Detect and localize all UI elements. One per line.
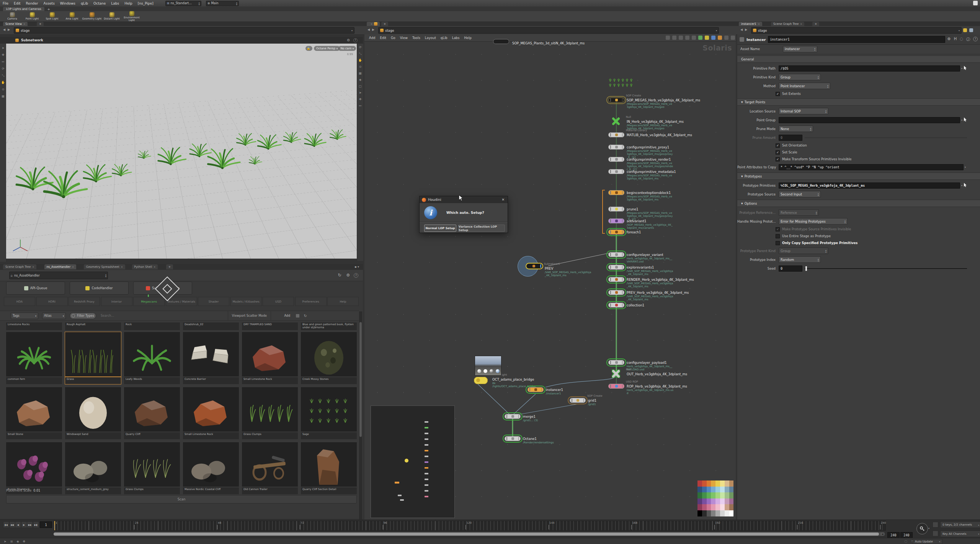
palette-swatch[interactable] xyxy=(697,510,702,516)
forward-icon[interactable]: ▶ xyxy=(8,28,10,31)
palette-swatch[interactable] xyxy=(715,480,720,487)
close-icon[interactable]: ✕ xyxy=(758,23,760,25)
translate-icon[interactable]: ↔ xyxy=(2,60,5,64)
pick-cursor-icon[interactable] xyxy=(964,66,967,71)
palette-swatch[interactable] xyxy=(702,498,707,505)
param-field[interactable]: 0 xyxy=(779,135,802,141)
shelf-tool-environment-light[interactable]: Environment Light xyxy=(122,11,142,21)
tags-dropdown[interactable]: Tags▾ xyxy=(11,313,38,319)
network-breadcrumb[interactable]: stage▾ xyxy=(378,27,719,34)
section-options[interactable]: ▼Options xyxy=(737,200,980,207)
param-field[interactable]: 0 xyxy=(779,265,802,272)
checkbox[interactable]: ✓ xyxy=(776,150,780,155)
network-menu-tools[interactable]: Tools xyxy=(410,36,423,40)
viewport-scatter-mode-button[interactable]: Viewport Scatter Mode xyxy=(228,311,271,320)
node-merge[interactable] xyxy=(505,414,521,419)
spreadsheet-icon[interactable] xyxy=(679,36,683,40)
param-field[interactable]: %COL_SOP_MEGAS_Herb_ve3gbfoja_4K_3dplant… xyxy=(779,182,960,189)
node-begin[interactable] xyxy=(608,190,624,195)
refresh-icon[interactable]: ↻ xyxy=(338,273,341,278)
gear-icon[interactable]: ⚙ xyxy=(947,37,951,42)
scale-icon[interactable]: ⤡ xyxy=(2,74,4,77)
add-pane-tab-button[interactable]: + xyxy=(166,264,173,269)
palette-swatch[interactable] xyxy=(729,504,734,510)
asset-name-dropdown[interactable]: instancer▴▾ xyxy=(783,46,817,52)
category-tab-usd[interactable]: USD xyxy=(263,297,294,306)
rotate-icon[interactable]: ⟳ xyxy=(2,67,5,70)
close-icon[interactable]: ✕ xyxy=(501,198,505,202)
node-matlib[interactable] xyxy=(608,132,624,137)
close-icon[interactable]: ✕ xyxy=(371,23,372,25)
checkbox[interactable]: ✓ xyxy=(776,92,780,96)
select-arrow-icon[interactable]: ➤ xyxy=(4,540,7,543)
network-canvas[interactable]: Solaris SOP CreateSOP_MEGAS_Herb_ve3gbfo… xyxy=(364,41,736,520)
palette-swatch[interactable] xyxy=(720,492,725,498)
category-tab-preferences[interactable]: Preferences xyxy=(295,297,327,306)
asset-thumbnail-small-limestone-rock[interactable] xyxy=(242,332,298,376)
network-menu-layout[interactable]: Layout xyxy=(423,36,438,40)
section-prototypes[interactable]: ▼Prototypes xyxy=(737,173,980,180)
asset-thumbnail-small-limestone-rock[interactable] xyxy=(183,387,239,432)
dropdown-arrow-icon[interactable]: ▾ xyxy=(965,166,966,168)
key-options-arrow[interactable]: ▾ xyxy=(928,527,929,529)
auto-update-dropdown[interactable]: Auto Update▾ xyxy=(913,539,942,544)
current-frame-field[interactable]: 1 xyxy=(40,521,52,528)
param-dropdown[interactable]: Random▴▾ xyxy=(779,256,821,263)
network-menu-labs[interactable]: Labs xyxy=(450,36,462,40)
collapse-arrow-icon[interactable]: ▼ xyxy=(741,175,743,178)
list-icon[interactable] xyxy=(672,36,676,40)
param-dropdown[interactable]: None▴▾ xyxy=(779,125,813,132)
dropdown-arrow-icon[interactable]: ▾ xyxy=(351,29,353,32)
wireframe-icon[interactable]: ✋ xyxy=(358,59,362,62)
frame-range-slider[interactable]: ◀ xyxy=(54,532,885,536)
forward-icon[interactable]: ▶ xyxy=(372,28,374,31)
dropdown-arrow-icon[interactable]: ▾ xyxy=(716,29,717,32)
shelf-tab[interactable]: LOP Lights and Cameras xyxy=(3,7,44,11)
grid-snap-icon[interactable]: ⊞ xyxy=(10,540,13,543)
menu-item-file[interactable]: File xyxy=(0,2,11,5)
network-overview-map[interactable] xyxy=(371,406,455,518)
flag-yellow-icon[interactable] xyxy=(705,36,709,40)
back-icon[interactable]: ◀ xyxy=(3,28,5,31)
palette-swatch[interactable] xyxy=(707,492,711,498)
asset-thumbnail-quarry-cliff-section-detail[interactable] xyxy=(301,442,357,487)
category-tab-help[interactable]: Help xyxy=(327,297,359,306)
snapshot-icon[interactable]: ➤ xyxy=(359,91,362,94)
shelf-tool-distant-light[interactable]: Distant Light xyxy=(102,12,122,20)
close-icon[interactable]: ✕ xyxy=(23,23,25,25)
atlas-dropdown[interactable]: Atlas▾ xyxy=(42,313,66,319)
back-icon[interactable]: ◀ xyxy=(740,28,743,31)
timeline-ruler[interactable]: 124487296120144168192216240 xyxy=(54,521,886,531)
category-tab-shader[interactable]: Shader xyxy=(198,297,229,306)
shelf-tool-area-light[interactable]: Area Light xyxy=(62,12,82,20)
palette-swatch[interactable] xyxy=(711,480,715,487)
node-cfgrender[interactable] xyxy=(608,157,624,162)
dropdown-arrow-icon[interactable]: ▾ xyxy=(961,67,962,70)
flag-orange-icon[interactable] xyxy=(718,36,722,40)
back-icon[interactable]: ◀ xyxy=(368,28,370,31)
node-inst[interactable] xyxy=(528,387,544,392)
shading-icon[interactable]: ⤡ xyxy=(359,52,361,55)
menu-item-help[interactable]: Help xyxy=(122,2,135,5)
shelf-tool-spot-light[interactable]: Spot Light xyxy=(42,12,62,20)
info-icon[interactable]: ⓘ xyxy=(966,37,970,42)
menu-item-octane[interactable]: Octane xyxy=(91,2,108,5)
asset-thumbnail-sage[interactable] xyxy=(301,387,357,432)
pointer-select-icon[interactable]: ➤ xyxy=(2,47,5,50)
tab-scene-graph-tree[interactable]: Scene Graph Tree✕ xyxy=(771,22,804,26)
search-icon[interactable] xyxy=(724,36,728,40)
node-in[interactable] xyxy=(612,117,620,125)
pick-cursor-icon[interactable] xyxy=(964,183,967,188)
asset-thumbnail-massive-nordic-coastal-cliff[interactable] xyxy=(183,442,239,487)
palette-swatch[interactable] xyxy=(729,487,734,493)
menu-item-qlib[interactable]: qLib xyxy=(78,2,91,5)
close-icon[interactable]: ✕ xyxy=(72,265,74,268)
category-tab-hda[interactable]: HDA xyxy=(4,297,35,306)
param-field[interactable]: /$OS xyxy=(779,65,960,72)
asset-thumbnail-grass-clumps[interactable] xyxy=(242,387,298,432)
transport-button-4[interactable]: ▶▶ xyxy=(27,521,33,528)
section-general[interactable]: General xyxy=(737,55,980,63)
category-tab-interior[interactable]: Interior xyxy=(101,297,132,306)
tab-scene-view[interactable]: Scene View✕ xyxy=(3,22,28,26)
palette-swatch[interactable] xyxy=(725,492,729,498)
